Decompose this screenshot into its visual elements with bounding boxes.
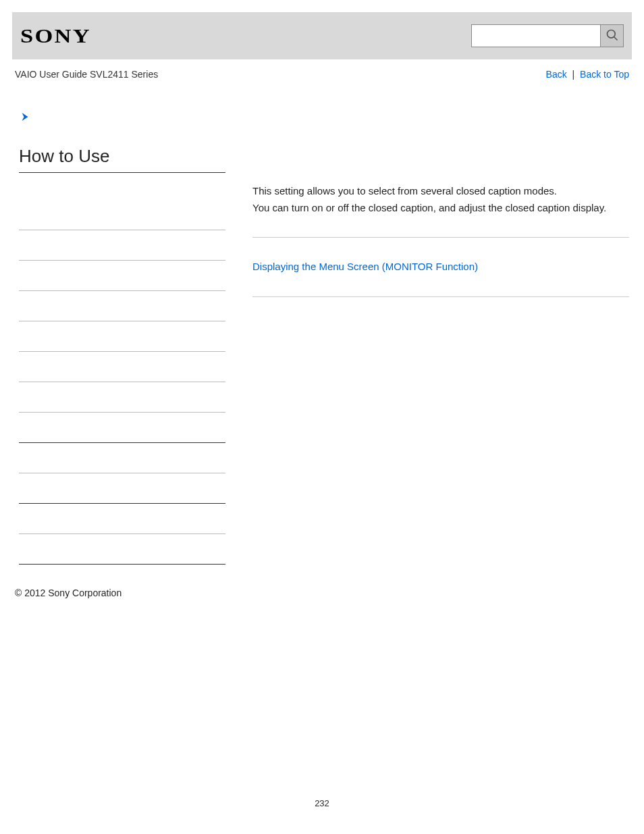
nav-links: Back | Back to Top	[546, 69, 629, 80]
sidebar-item[interactable]	[19, 352, 225, 382]
sidebar-item[interactable]	[19, 261, 225, 291]
guide-title: VAIO User Guide SVL2411 Series	[15, 69, 158, 80]
sidebar-item[interactable]	[19, 382, 225, 413]
related-topic-link[interactable]: Displaying the Menu Screen (MONITOR Func…	[252, 261, 478, 272]
content-columns: How to Use This setting allows you to se…	[19, 146, 629, 565]
divider	[252, 296, 629, 297]
sidebar-item[interactable]	[19, 534, 225, 565]
search-icon	[606, 28, 619, 44]
breadcrumb-arrow[interactable]	[19, 111, 644, 126]
sidebar-item[interactable]	[19, 473, 225, 504]
subheader: VAIO User Guide SVL2411 Series Back | Ba…	[15, 69, 629, 80]
search-button[interactable]	[600, 25, 623, 47]
search-input[interactable]	[472, 25, 600, 47]
sidebar-item[interactable]	[19, 291, 225, 321]
back-link[interactable]: Back	[546, 69, 567, 80]
sidebar-item[interactable]	[19, 443, 225, 473]
sony-logo: SONY	[20, 24, 91, 47]
back-to-top-link[interactable]: Back to Top	[580, 69, 629, 80]
separator: |	[572, 69, 575, 80]
svg-line-1	[614, 36, 617, 40]
copyright: © 2012 Sony Corporation	[15, 588, 644, 598]
chevron-right-icon	[19, 113, 31, 125]
sidebar-item[interactable]	[19, 230, 225, 261]
svg-point-0	[607, 30, 615, 38]
main-content: This setting allows you to select from s…	[225, 146, 629, 565]
sidebar-item[interactable]	[19, 504, 225, 534]
sidebar: How to Use	[19, 146, 225, 565]
sidebar-item[interactable]	[19, 413, 225, 443]
sidebar-title: How to Use	[19, 146, 225, 173]
search-group	[471, 24, 624, 47]
sidebar-item[interactable]	[19, 321, 225, 352]
paragraph: This setting allows you to select from s…	[252, 184, 629, 199]
page-number: 232	[0, 798, 644, 808]
divider	[252, 237, 629, 238]
sidebar-item[interactable]	[19, 200, 225, 230]
paragraph: You can turn on or off the closed captio…	[252, 201, 629, 216]
header-bar: SONY	[12, 12, 632, 59]
